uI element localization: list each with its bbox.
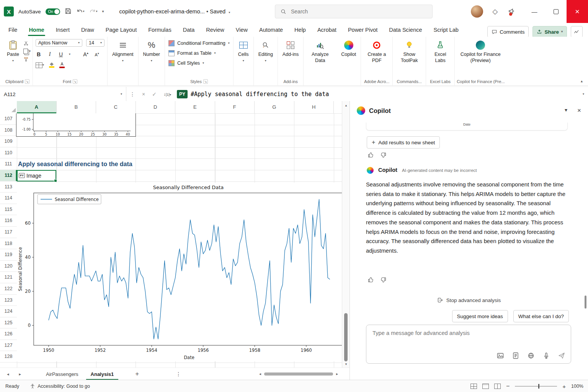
excel-labs-button[interactable]: Excel Labs (428, 38, 452, 64)
save-button[interactable] (65, 8, 72, 16)
image-prompt-icon[interactable] (497, 352, 504, 359)
suggest-more-ideas-button[interactable]: Suggest more ideas (452, 310, 508, 322)
formula-bar-handle[interactable]: ⋮ (130, 91, 135, 97)
redo-button[interactable]: ▾ (89, 8, 98, 15)
menu-tab-data[interactable]: Data (182, 24, 196, 35)
menu-tab-help[interactable]: Help (294, 24, 307, 35)
conditional-formatting-button[interactable]: Conditional Formatting▾ (167, 39, 231, 47)
menu-tab-review[interactable]: Review (205, 24, 225, 35)
increase-font-button[interactable]: A▴ (83, 51, 89, 57)
minimize-button[interactable]: — (524, 0, 545, 23)
fill-handle[interactable] (54, 179, 57, 182)
prev-sheet-icon[interactable]: ◂ (7, 372, 9, 377)
thumbs-up-icon[interactable] (368, 276, 374, 283)
thumbs-down-icon[interactable] (380, 276, 387, 283)
column-header-H[interactable]: H (294, 101, 334, 113)
row-header-121[interactable]: 121 (0, 272, 17, 283)
show-toolpak-button[interactable]: Show ToolPak (395, 38, 424, 64)
worksheet-grid[interactable]: ABCDEFGH 1071081091101111121131141151161… (0, 101, 342, 368)
autosave-toggle[interactable]: On (46, 8, 60, 15)
zoom-in-button[interactable]: + (562, 383, 566, 390)
bold-button[interactable]: B (36, 51, 42, 57)
column-header-G[interactable]: G (255, 101, 294, 113)
addins-button[interactable]: Add-ins (280, 38, 301, 59)
column-header-C[interactable]: C (96, 101, 136, 113)
sheet-tab-airpassengers[interactable]: AirPassengers (40, 368, 85, 380)
what-else-button[interactable]: What else can I do? (513, 310, 569, 322)
row-header-107[interactable]: 107 (0, 113, 17, 125)
grid-cells[interactable]: -0.75-1.000510152025303540 Apply seasona… (17, 113, 342, 368)
menu-tab-view[interactable]: View (235, 24, 248, 35)
share-button[interactable]: Share ▾ (532, 26, 567, 38)
menu-tab-formulas[interactable]: Formulas (147, 24, 172, 35)
copilot-scroll-thumb[interactable] (585, 296, 586, 309)
vertical-scroll-thumb[interactable] (344, 313, 348, 361)
number-button[interactable]: % Number ▾ (140, 38, 163, 63)
scroll-right-icon[interactable]: ▸ (336, 372, 338, 376)
row-header-127[interactable]: 127 (0, 340, 17, 351)
add-sheet-button[interactable]: + (135, 370, 139, 378)
copilot-input-box[interactable] (366, 325, 571, 364)
scroll-down-icon[interactable]: ▾ (342, 362, 350, 366)
fill-color-button[interactable] (49, 62, 54, 68)
add-results-button[interactable]: + Add results to new sheet (367, 136, 440, 149)
zoom-level[interactable]: 100% (571, 384, 583, 389)
insights-diamond-icon[interactable]: ◇ (492, 7, 498, 16)
prompt-library-icon[interactable] (512, 352, 519, 359)
maximize-button[interactable] (545, 0, 567, 23)
font-name-select[interactable]: Aptos Narrow▾ (36, 39, 82, 47)
page-layout-view-button[interactable] (482, 384, 489, 389)
create-pdf-button[interactable]: Create a PDF (363, 38, 390, 64)
column-header-E[interactable]: E (175, 101, 215, 113)
formula-input[interactable]: #Apply seasonal differencing to the data (191, 91, 329, 98)
row-header-114[interactable]: 114 (0, 193, 17, 204)
stop-advanced-analysis-link[interactable]: Stop advanced analysis (350, 297, 588, 303)
underline-button[interactable]: U (58, 51, 64, 57)
copilot-message-input[interactable] (372, 330, 567, 336)
scroll-left-icon[interactable]: ◂ (259, 372, 261, 376)
row-header-115[interactable]: 115 (0, 204, 17, 216)
row-header-119[interactable]: 119 (0, 249, 17, 261)
python-run-order-icon[interactable]: ↓[1]▾ (163, 91, 171, 97)
column-header-D[interactable]: D (136, 101, 176, 113)
cells-button[interactable]: Cells ▾ (235, 38, 252, 63)
copy-button[interactable]: ▾ (23, 49, 31, 54)
row-header-123[interactable]: 123 (0, 295, 17, 306)
alignment-button[interactable]: Alignment ▾ (109, 38, 136, 63)
row-header-117[interactable]: 117 (0, 227, 17, 238)
document-title[interactable]: copilot-python-excel-arima-demo... • Sav… (119, 8, 230, 15)
editing-button[interactable]: Editing ▾ (256, 38, 276, 63)
font-dialog-launcher[interactable]: ↘ (73, 79, 77, 84)
menu-tab-acrobat[interactable]: Acrobat (317, 24, 337, 35)
undo-button[interactable]: ▾ (76, 8, 85, 15)
row-header-110[interactable]: 110 (0, 147, 17, 159)
menu-tab-draw[interactable]: Draw (80, 24, 95, 35)
quick-access-toolbar-menu[interactable]: ▾ (102, 10, 104, 13)
confirm-entry-icon[interactable]: ✓ (152, 91, 157, 97)
close-button[interactable]: × (567, 0, 588, 23)
close-panel-icon[interactable]: × (577, 107, 581, 114)
row-header-128[interactable]: 128 (0, 351, 17, 363)
horizontal-scroll-thumb[interactable] (264, 372, 333, 376)
column-header-A[interactable]: A (17, 101, 57, 113)
zoom-out-button[interactable]: − (506, 383, 510, 390)
menu-tab-file[interactable]: File (8, 24, 18, 35)
ribbon-options-button[interactable] (571, 26, 583, 38)
cut-button[interactable] (23, 41, 31, 46)
borders-button[interactable]: ▾ (36, 62, 44, 68)
format-as-table-button[interactable]: Format as Table▾ (167, 49, 231, 57)
row-header-118[interactable]: 118 (0, 238, 17, 250)
row-header-125[interactable]: 125 (0, 317, 17, 329)
menu-tab-home[interactable]: Home (28, 24, 45, 35)
column-header-B[interactable]: B (57, 101, 96, 113)
next-sheet-icon[interactable]: ▸ (19, 372, 21, 377)
column-header-F[interactable]: F (215, 101, 255, 113)
comments-button[interactable]: Comments (487, 26, 529, 38)
accessibility-status[interactable]: Accessibility: Good to go (30, 384, 90, 389)
name-box[interactable]: A112 ▾ (0, 87, 126, 101)
page-break-view-button[interactable] (494, 384, 501, 389)
menu-tab-data-science[interactable]: Data Science (388, 24, 423, 35)
row-header-120[interactable]: 120 (0, 261, 17, 272)
thumbs-down-icon[interactable] (380, 152, 387, 158)
selected-cell-a112[interactable]: PY Image (17, 170, 56, 181)
